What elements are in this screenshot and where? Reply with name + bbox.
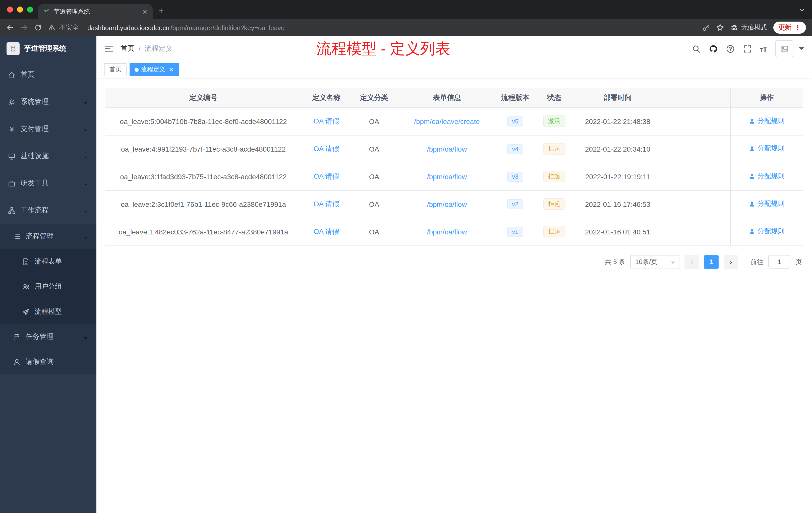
- form-link[interactable]: /bpm/oa/flow: [427, 145, 467, 153]
- tag-process-definition[interactable]: 流程定义 ✕: [129, 63, 179, 76]
- assign-rule-label: 分配规则: [757, 117, 785, 126]
- sidebar-item-process-form[interactable]: 流程表单: [0, 249, 96, 274]
- window-controls: [7, 6, 33, 12]
- breadcrumb: 首页 / 流程定义: [120, 44, 173, 53]
- assign-rule-link[interactable]: 分配规则: [749, 172, 785, 181]
- incognito-badge: 无痕模式: [730, 23, 767, 32]
- definition-name-link[interactable]: OA 请假: [314, 117, 340, 125]
- form-link[interactable]: /bpm/oa/flow: [427, 173, 467, 180]
- table-row: oa_leave:4:991f2193-7b7f-11ec-a3c8-acde4…: [106, 135, 803, 163]
- category-text: OA: [351, 163, 397, 190]
- next-page-button[interactable]: [724, 255, 738, 269]
- page-size-select[interactable]: 10条/页: [630, 255, 679, 269]
- sidebar-item-label: 首页: [21, 70, 35, 79]
- col-header-filler: [660, 88, 730, 108]
- user-icon: [749, 229, 755, 235]
- favicon: [43, 8, 50, 15]
- sidebar-item-leave-query[interactable]: 请假查询: [0, 350, 96, 374]
- tab-search-chevron-icon[interactable]: [799, 6, 805, 12]
- tag-close-icon[interactable]: ✕: [169, 66, 174, 73]
- definition-table: 定义编号 定义名称 定义分类 表单信息 流程版本 状态 部署时间 操作: [106, 88, 803, 246]
- sidebar-item-system[interactable]: 系统管理: [0, 88, 96, 116]
- users-icon: [22, 283, 30, 291]
- sidebar-item-home[interactable]: 首页: [0, 61, 96, 88]
- fullscreen-icon[interactable]: [743, 44, 752, 53]
- assign-rule-link[interactable]: 分配规则: [749, 144, 785, 153]
- prev-page-button[interactable]: [685, 255, 699, 269]
- page-goto-input[interactable]: [768, 255, 790, 269]
- chevron-down-icon: [83, 180, 88, 186]
- zoom-window-button[interactable]: [27, 6, 33, 12]
- tag-home[interactable]: 首页: [105, 63, 126, 76]
- logo-title: 芋道管理系统: [24, 44, 66, 53]
- tag-label: 流程定义: [141, 65, 165, 74]
- browser-toolbar: 不安全 dashboard.yudao.iocoder.cn /bpm/mana…: [0, 19, 812, 36]
- pagination: 共 5 条 10条/页 1 前往 页: [106, 255, 803, 269]
- definition-name-link[interactable]: OA 请假: [314, 144, 340, 152]
- avatar-caret-icon[interactable]: [799, 47, 804, 50]
- browser-tab[interactable]: 芋道管理系统 ✕: [38, 4, 153, 19]
- form-link[interactable]: /bpm/oa/leave/create: [414, 117, 480, 125]
- chevron-up-icon: [83, 234, 88, 239]
- font-size-icon[interactable]: TT: [760, 44, 767, 53]
- user-icon: [749, 201, 755, 207]
- definition-name-link[interactable]: OA 请假: [314, 227, 340, 235]
- back-button[interactable]: [6, 24, 14, 32]
- forward-button[interactable]: [20, 24, 28, 32]
- definition-id: oa_leave:5:004b710b-7b8a-11ec-8ef0-acde4…: [106, 108, 301, 135]
- sidebar-item-user-group[interactable]: 用户分组: [0, 274, 96, 299]
- sidebar-logo[interactable]: 芋道管理系统: [0, 36, 96, 61]
- avatar[interactable]: [775, 40, 793, 57]
- assign-rule-link[interactable]: 分配规则: [749, 200, 785, 209]
- github-icon[interactable]: [709, 44, 717, 53]
- sidebar-item-workflow[interactable]: 工作流程: [0, 197, 96, 224]
- sidebar-item-task-management[interactable]: 任务管理: [0, 324, 96, 350]
- gear-icon: [8, 98, 16, 105]
- status-badge: 挂起: [543, 198, 565, 210]
- browser-update-button[interactable]: 更新 ⋮: [773, 22, 806, 34]
- breadcrumb-home[interactable]: 首页: [120, 44, 135, 53]
- chevron-down-icon: [83, 334, 88, 339]
- page-number-button[interactable]: 1: [704, 255, 719, 269]
- sidebar-item-process-model[interactable]: 流程模型: [0, 299, 96, 324]
- help-icon[interactable]: [726, 44, 734, 53]
- reload-button[interactable]: [34, 24, 42, 32]
- yen-icon: ¥: [8, 125, 16, 133]
- category-text: OA: [351, 135, 397, 163]
- definition-name-link[interactable]: OA 请假: [314, 172, 340, 180]
- browser-window: 芋道管理系统 ✕ + 不安全 dashboard.yudao.iocoder.c…: [0, 0, 812, 513]
- table-row: oa_leave:3:1fad3d93-7b75-11ec-a3c8-acde4…: [106, 163, 803, 190]
- close-window-button[interactable]: [7, 6, 13, 12]
- assign-rule-link[interactable]: 分配规则: [749, 117, 785, 126]
- assign-rule-label: 分配规则: [757, 144, 785, 153]
- sidebar-item-devtools[interactable]: 研发工具: [0, 170, 96, 197]
- sidebar-item-infrastructure[interactable]: 基础设施: [0, 143, 96, 170]
- new-tab-button[interactable]: +: [159, 6, 164, 16]
- chevron-down-icon: [671, 261, 675, 264]
- user-icon: [749, 146, 755, 152]
- status-badge: 激活: [543, 116, 565, 127]
- table-row: oa_leave:5:004b710b-7b8a-11ec-8ef0-acde4…: [106, 108, 803, 135]
- flag-icon: [13, 333, 21, 340]
- sidebar-item-label: 工作流程: [21, 206, 49, 215]
- tab-close-icon[interactable]: ✕: [142, 8, 148, 15]
- definition-id: oa_leave:4:991f2193-7b7f-11ec-a3c8-acde4…: [106, 135, 301, 163]
- search-icon[interactable]: [692, 44, 700, 53]
- version-tag: v3: [507, 172, 523, 181]
- form-link[interactable]: /bpm/oa/flow: [427, 228, 467, 236]
- form-link[interactable]: /bpm/oa/flow: [427, 200, 467, 208]
- bookmark-star-icon[interactable]: [716, 24, 724, 32]
- page-size-value: 10条/页: [635, 257, 657, 266]
- sidebar-toggle-icon[interactable]: [105, 45, 114, 53]
- sidebar-item-label: 基础设施: [21, 152, 49, 161]
- definition-name-link[interactable]: OA 请假: [314, 200, 340, 208]
- version-tag: v1: [507, 227, 523, 237]
- assign-rule-link[interactable]: 分配规则: [749, 227, 785, 236]
- minimize-window-button[interactable]: [17, 6, 23, 12]
- address-bar[interactable]: 不安全 dashboard.yudao.iocoder.cn /bpm/mana…: [48, 23, 696, 32]
- sidebar-item-process-management[interactable]: 流程管理: [0, 224, 96, 249]
- kebab-menu-icon[interactable]: ⋮: [794, 24, 801, 31]
- category-text: OA: [351, 218, 397, 245]
- sidebar-item-payment[interactable]: ¥ 支付管理: [0, 116, 96, 143]
- password-key-icon[interactable]: [702, 24, 710, 32]
